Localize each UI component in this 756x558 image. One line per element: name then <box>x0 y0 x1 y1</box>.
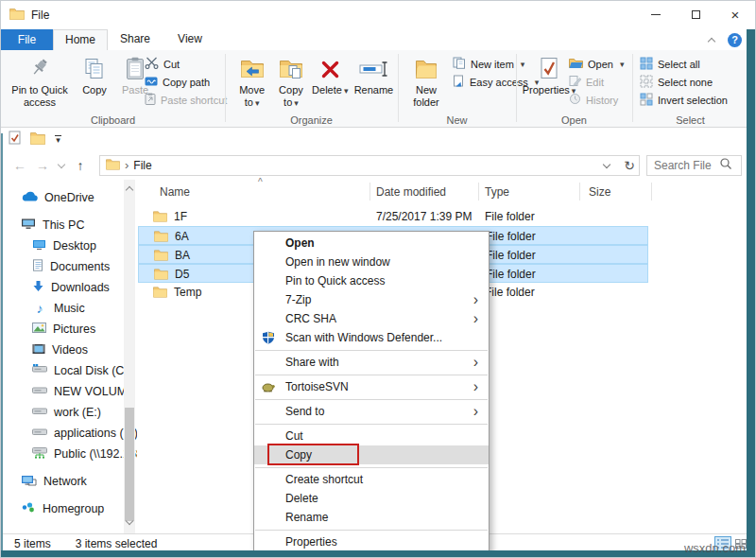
copy-path-button[interactable]: Copy path <box>145 73 227 91</box>
tab-home[interactable]: Home <box>53 29 108 50</box>
close-button[interactable]: × <box>715 1 755 27</box>
menu-item-crc-sha[interactable]: CRC SHA› <box>254 309 489 328</box>
column-header-date-modified[interactable]: Date modified <box>376 185 446 199</box>
search-icon[interactable] <box>719 157 732 173</box>
column-header-type[interactable]: Type <box>485 185 509 199</box>
ribbon: Pin to Quick access Copy Paste Cut <box>1 50 747 128</box>
ribbon-copy-button[interactable]: Copy <box>75 52 114 96</box>
music-note-icon: ♪ <box>32 301 47 316</box>
qat-folder-icon[interactable] <box>30 131 45 148</box>
edit-button[interactable]: Edit <box>569 73 624 91</box>
menu-item-share-with[interactable]: Share with› <box>254 353 489 372</box>
sidebar-item-local-disk-c[interactable]: Local Disk (C:) <box>1 360 137 381</box>
minimize-button[interactable] <box>636 1 676 27</box>
menu-item-cut[interactable]: Cut <box>254 427 489 445</box>
copy-path-icon <box>145 76 158 89</box>
sidebar-item-public-share[interactable]: Public (\\192.168 <box>1 444 137 464</box>
customize-toolbar-icon[interactable]: ▾ <box>55 135 61 143</box>
sidebar-item-downloads[interactable]: Downloads <box>1 277 137 298</box>
search-input[interactable] <box>647 159 719 172</box>
sidebar-item-work-e[interactable]: work (E:) <box>1 402 137 423</box>
sidebar-item-documents[interactable]: Documents <box>1 256 137 277</box>
close-icon: × <box>731 8 740 22</box>
invert-selection-button[interactable]: Invert selection <box>640 91 728 109</box>
new-folder-button[interactable]: New folder <box>405 52 447 109</box>
address-dropdown-icon[interactable] <box>604 159 610 172</box>
move-to-button[interactable]: Move to▾ <box>232 52 271 110</box>
menu-item-pin-to-quick-access[interactable]: Pin to Quick access <box>254 271 489 290</box>
group-label-select: Select <box>632 114 748 126</box>
menu-item-create-shortcut[interactable]: Create shortcut <box>254 470 489 489</box>
collapse-ribbon-icon[interactable] <box>708 38 715 45</box>
select-all-button[interactable]: Select all <box>640 55 728 73</box>
sidebar-item-music[interactable]: ♪ Music <box>1 298 137 319</box>
up-button[interactable]: ↑ <box>69 158 92 173</box>
file-row-1f[interactable]: 1F 7/25/2017 1:39 PM File folder <box>138 207 648 226</box>
qat-properties-icon[interactable] <box>9 131 21 148</box>
select-none-button[interactable]: Select none <box>640 73 728 91</box>
open-button[interactable]: Open ▾ <box>569 55 624 73</box>
menu-item-tortoisesvn[interactable]: TortoiseSVN› <box>254 377 489 396</box>
cut-button[interactable]: Cut <box>145 55 227 73</box>
dropdown-caret-icon: ▾ <box>344 86 349 96</box>
history-button[interactable]: History <box>569 91 624 109</box>
sidebar-item-new-volume-d[interactable]: NEW VOLUME (D <box>1 381 137 402</box>
back-button[interactable]: ← <box>9 158 31 173</box>
address-bar[interactable]: › File ↻ <box>99 155 640 176</box>
menu-item-copy[interactable]: Copy <box>254 445 489 464</box>
file-explorer-window: File × File Home Share View ? Pin to Qui… <box>0 0 756 558</box>
submenu-arrow-icon: › <box>473 353 478 372</box>
scrollbar-thumb[interactable] <box>125 408 134 521</box>
group-label-new: New <box>398 114 516 126</box>
context-menu: Open Open in new window Pin to Quick acc… <box>253 231 490 554</box>
menu-item-delete[interactable]: Delete <box>254 489 489 508</box>
tab-file-menu[interactable]: File <box>1 29 53 50</box>
menu-separator <box>255 375 488 375</box>
pin-to-quick-access-button[interactable]: Pin to Quick access <box>5 52 75 109</box>
rename-button[interactable]: Rename <box>350 52 398 96</box>
breadcrumb-path[interactable]: File <box>133 159 151 172</box>
sidebar-item-network[interactable]: Network <box>1 471 137 492</box>
delete-icon <box>320 54 340 84</box>
help-icon[interactable]: ? <box>728 33 742 47</box>
maximize-button[interactable] <box>676 1 715 27</box>
menu-item-open[interactable]: Open <box>254 234 489 253</box>
scroll-down-icon[interactable] <box>127 515 132 529</box>
menu-item-open-in-new-window[interactable]: Open in new window <box>254 253 489 271</box>
refresh-icon[interactable]: ↻ <box>624 158 635 173</box>
sidebar-item-applications-f[interactable]: applications (F:) <box>1 423 137 444</box>
sidebar-item-homegroup[interactable]: Homegroup <box>1 498 137 519</box>
menu-separator <box>255 350 488 351</box>
network-icon <box>21 475 37 489</box>
menu-separator <box>255 467 488 468</box>
search-box[interactable] <box>646 155 742 176</box>
copy-to-button[interactable]: Copy to▾ <box>271 52 310 110</box>
sidebar-scrollbar[interactable] <box>124 180 135 533</box>
sidebar-item-onedrive[interactable]: OneDrive <box>1 187 137 208</box>
column-header-size[interactable]: Size <box>589 185 610 199</box>
sidebar-item-this-pc[interactable]: This PC <box>1 215 137 235</box>
picture-icon <box>32 323 46 336</box>
submenu-arrow-icon: › <box>473 402 478 421</box>
invert-selection-icon <box>640 93 653 108</box>
menu-item-send-to[interactable]: Send to› <box>254 402 489 421</box>
column-header-name[interactable]: Name <box>160 185 190 199</box>
sidebar-item-desktop[interactable]: Desktop <box>1 235 137 256</box>
menu-item-properties[interactable]: Properties <box>254 532 489 551</box>
scroll-up-icon[interactable] <box>127 183 132 196</box>
menu-item-7zip[interactable]: 7-Zip› <box>254 290 489 309</box>
dropdown-caret-icon: ▾ <box>620 60 625 69</box>
tab-share[interactable]: Share <box>108 29 163 50</box>
sidebar-item-videos[interactable]: Videos <box>1 340 137 360</box>
forward-button[interactable]: → <box>31 158 54 173</box>
annotation-highlight-box <box>267 444 359 465</box>
delete-button[interactable]: Delete▾ <box>311 52 350 97</box>
recent-locations-icon[interactable] <box>54 159 69 172</box>
menu-item-rename[interactable]: Rename <box>254 508 489 527</box>
sidebar-item-pictures[interactable]: Pictures <box>1 319 137 340</box>
tab-view[interactable]: View <box>163 29 217 50</box>
menu-item-scan-with-windows-defender[interactable]: Scan with Windows Defender... <box>254 328 489 347</box>
minimize-icon <box>651 14 661 15</box>
paste-shortcut-button[interactable]: Paste shortcut <box>145 91 227 109</box>
paste-icon <box>125 54 146 84</box>
